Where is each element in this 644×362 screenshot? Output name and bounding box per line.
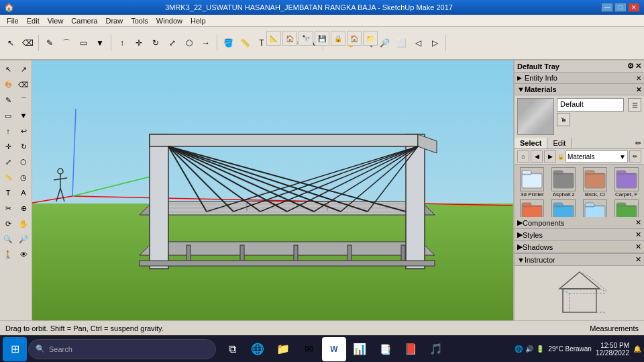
left-look[interactable]: 👁 <box>16 247 31 262</box>
left-arc[interactable]: ⌒ <box>16 93 31 107</box>
taskbar-app-pdf[interactable]: 📕 <box>398 337 423 361</box>
shadows-close-icon[interactable]: ✕ <box>635 242 641 251</box>
notifications-icon[interactable]: 🔔 <box>633 345 641 353</box>
mat-cell-7[interactable]: Landscap <box>611 199 641 217</box>
menu-tools[interactable]: Tools <box>127 16 152 26</box>
toolbar-icon-7[interactable]: 📁 <box>363 31 378 46</box>
prev-view[interactable]: ◁ <box>410 35 426 51</box>
left-select[interactable]: ↖ <box>1 62 15 77</box>
taskbar-app-edge[interactable]: 🌐 <box>246 337 270 361</box>
components-panel-header[interactable]: ▶ Components ✕ <box>515 217 644 229</box>
left-select2[interactable]: ↗ <box>16 62 31 77</box>
scale-tool[interactable]: ⤢ <box>164 35 180 51</box>
left-pencil[interactable]: ✎ <box>1 93 15 107</box>
materials-close[interactable]: ✕ <box>636 86 641 93</box>
menu-draw[interactable]: Draw <box>101 16 127 26</box>
left-move[interactable]: ✛ <box>1 139 15 154</box>
taskbar-app-ppt[interactable]: 📑 <box>373 337 397 361</box>
left-zoomext[interactable]: 🔎 <box>16 232 31 246</box>
task-view-btn[interactable]: ⧉ <box>220 337 244 361</box>
followme-tool[interactable]: → <box>198 35 214 51</box>
left-orbit[interactable]: ⟳ <box>1 216 15 231</box>
left-pushpull[interactable]: ↑ <box>1 124 15 138</box>
entity-info-close[interactable]: ✕ <box>636 75 641 82</box>
rotate-tool[interactable]: ↻ <box>148 35 164 51</box>
left-section[interactable]: ✂ <box>1 201 15 216</box>
mat-cell-2[interactable]: Brick, Cl <box>580 167 610 198</box>
left-protractor[interactable]: ◷ <box>16 170 31 185</box>
taskbar-app-explorer[interactable]: 📁 <box>271 337 295 361</box>
toolbar-icon-4[interactable]: 💾 <box>315 31 329 46</box>
mat-forward-btn[interactable]: ▶ <box>544 150 556 163</box>
menu-camera[interactable]: Camera <box>67 16 101 26</box>
left-rect[interactable]: ▭ <box>1 108 15 123</box>
toolbar-icon-1[interactable]: 📐 <box>266 31 281 46</box>
taskbar-app-mail[interactable]: ✉ <box>297 337 321 361</box>
styles-panel-header[interactable]: ▶ Styles ✕ <box>515 229 644 241</box>
arc-tool[interactable]: ⌒ <box>58 35 74 51</box>
mat-cell-0[interactable]: 3d Printer <box>517 167 547 198</box>
shadows-panel-header[interactable]: ▶ Shadows ✕ <box>515 241 644 253</box>
minimize-button[interactable]: — <box>601 3 613 12</box>
push-pull-tool[interactable]: ↑ <box>114 35 130 51</box>
mat-cell-3[interactable]: Carpet, F <box>611 167 641 198</box>
left-followme[interactable]: ↩ <box>16 124 31 138</box>
mat-pencil-btn[interactable]: ✏ <box>632 138 644 148</box>
material-dropdown[interactable]: Materials ▼ <box>566 150 628 163</box>
maximize-button[interactable]: □ <box>614 3 627 12</box>
instructor-close-icon[interactable]: ✕ <box>635 255 641 264</box>
left-3dtext[interactable]: A <box>16 185 31 200</box>
move-tool[interactable]: ✛ <box>131 35 147 51</box>
canvas-area[interactable] <box>32 60 513 320</box>
tray-settings-icon[interactable]: ⚙ <box>627 62 634 71</box>
select-tool[interactable]: ↖ <box>3 35 19 51</box>
toolbar-icon-2[interactable]: 🏠 <box>282 31 297 46</box>
taskbar-app-music[interactable]: 🎵 <box>424 337 448 361</box>
menu-help[interactable]: Help <box>186 16 210 26</box>
mat-cell-6[interactable]: Glass and <box>580 199 610 217</box>
entity-info-header[interactable]: ▶ Entity Info ✕ <box>515 73 644 83</box>
mat-cell-5[interactable]: Colors-N <box>549 199 579 217</box>
sample-paint-btn[interactable]: 🖱 <box>557 113 570 126</box>
measure-tool[interactable]: 📏 <box>237 35 253 51</box>
mat-tab-edit[interactable]: Edit <box>547 138 572 148</box>
taskbar-app-word[interactable]: W <box>322 337 346 361</box>
mat-back-btn[interactable]: ◀ <box>531 150 543 163</box>
zoom-extents[interactable]: ⬜ <box>393 35 409 51</box>
taskbar-search[interactable]: 🔍 Search <box>28 339 216 359</box>
offset-tool[interactable]: ⬡ <box>181 35 197 51</box>
left-rect2[interactable]: ▼ <box>16 108 31 123</box>
toolbar-icon-5[interactable]: 🔒 <box>331 31 345 46</box>
left-rotate[interactable]: ↻ <box>16 139 31 154</box>
menu-view[interactable]: View <box>44 16 68 26</box>
left-paint[interactable]: 🎨 <box>1 77 15 92</box>
left-measure[interactable]: 📏 <box>1 170 15 185</box>
left-offset[interactable]: ⬡ <box>16 154 31 169</box>
mat-cell-1[interactable]: Asphalt z <box>549 167 579 198</box>
menu-edit[interactable]: Edit <box>23 16 44 26</box>
paint-tool[interactable]: 🪣 <box>220 35 236 51</box>
mat-home-btn[interactable]: ⌂ <box>517 150 529 163</box>
mat-add-btn[interactable]: ✏ <box>629 150 641 163</box>
rect-tool[interactable]: ▭ <box>75 35 91 51</box>
left-walkthrough[interactable]: 🚶 <box>1 247 15 262</box>
menu-file[interactable]: File <box>3 16 23 26</box>
close-button[interactable]: ✕ <box>628 3 640 12</box>
left-axes[interactable]: ⊕ <box>16 201 31 216</box>
components-close-icon[interactable]: ✕ <box>635 218 641 227</box>
pencil-tool[interactable]: ✎ <box>42 35 58 51</box>
left-scale[interactable]: ⤢ <box>1 154 15 169</box>
next-view[interactable]: ▷ <box>427 35 443 51</box>
menu-window[interactable]: Window <box>152 16 186 26</box>
start-button[interactable]: ⊞ <box>3 337 27 361</box>
shapes-dropdown[interactable]: ▼ <box>92 35 108 51</box>
styles-close-icon[interactable]: ✕ <box>635 230 641 239</box>
left-pan[interactable]: ✋ <box>16 216 31 231</box>
left-zoom[interactable]: 🔍 <box>1 232 15 246</box>
zoom-window[interactable]: 🔎 <box>376 35 392 51</box>
taskbar-app-excel[interactable]: 📊 <box>347 337 372 361</box>
mat-tab-select[interactable]: Select <box>515 138 547 148</box>
toolbar-icon-6[interactable]: 🏠 <box>347 31 362 46</box>
mat-cell-4[interactable]: Colors <box>517 199 547 217</box>
eraser-tool[interactable]: ⌫ <box>19 35 36 51</box>
